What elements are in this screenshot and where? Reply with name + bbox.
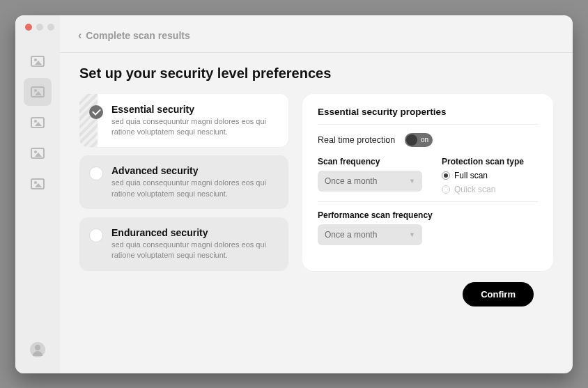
option-desc: sed quia consequuntur magni dolores eos … bbox=[111, 178, 277, 199]
sidebar-item-1[interactable] bbox=[24, 47, 52, 75]
performance-frequency-select[interactable]: Once a month ▼ bbox=[318, 224, 422, 245]
radio-unchecked-icon bbox=[442, 185, 450, 194]
window-controls bbox=[25, 24, 54, 31]
radio-unchecked-icon bbox=[89, 228, 103, 242]
radio-full-scan[interactable]: Full scan bbox=[442, 171, 538, 180]
user-icon bbox=[30, 342, 45, 357]
radio-checked-icon bbox=[442, 171, 450, 180]
back-breadcrumb[interactable]: ‹ Complete scan results bbox=[78, 30, 190, 41]
option-essential-security[interactable]: Essential security sed quia consequuntur… bbox=[79, 94, 288, 148]
radio-label: Quick scan bbox=[454, 185, 495, 194]
radio-unchecked-icon bbox=[89, 166, 103, 180]
sidebar-item-4[interactable] bbox=[24, 139, 52, 167]
protection-scan-type-label: Protection scan type bbox=[442, 157, 538, 166]
realtime-protection-label: Real time protection bbox=[318, 135, 395, 145]
performance-frequency-label: Performance scan frequency bbox=[318, 210, 538, 220]
chevron-left-icon: ‹ bbox=[78, 30, 82, 41]
scan-frequency-label: Scan frequency bbox=[318, 157, 422, 166]
sidebar-item-5[interactable] bbox=[24, 170, 52, 198]
page-title: Set up your security level preferences bbox=[79, 65, 553, 82]
option-enduranced-security[interactable]: Enduranced security sed quia consequuntu… bbox=[79, 217, 288, 271]
option-title: Advanced security bbox=[111, 165, 277, 176]
top-bar: ‹ Complete scan results bbox=[60, 20, 573, 53]
minimize-window-button[interactable] bbox=[36, 24, 43, 31]
image-icon bbox=[31, 56, 45, 67]
option-desc: sed quia consequuntur magni dolores eos … bbox=[111, 240, 277, 261]
maximize-window-button[interactable] bbox=[47, 24, 54, 31]
breadcrumb-label: Complete scan results bbox=[86, 30, 189, 41]
close-window-button[interactable] bbox=[25, 24, 32, 31]
sidebar-user-button[interactable] bbox=[24, 336, 52, 364]
check-icon bbox=[89, 105, 103, 119]
scan-frequency-select[interactable]: Once a month ▼ bbox=[318, 171, 422, 192]
option-title: Enduranced security bbox=[111, 227, 277, 238]
realtime-protection-toggle[interactable]: on bbox=[405, 133, 433, 147]
radio-quick-scan[interactable]: Quick scan bbox=[442, 185, 538, 194]
image-icon bbox=[31, 148, 45, 159]
divider bbox=[318, 124, 538, 125]
option-advanced-security[interactable]: Advanced security sed quia consequuntur … bbox=[79, 155, 288, 209]
toggle-knob bbox=[406, 134, 417, 146]
toggle-state-label: on bbox=[421, 136, 428, 143]
app-window: ‹ Complete scan results Set up your secu… bbox=[15, 15, 573, 373]
sidebar bbox=[15, 15, 60, 373]
confirm-button[interactable]: Confirm bbox=[463, 282, 534, 306]
sidebar-item-3[interactable] bbox=[24, 109, 52, 137]
image-icon bbox=[31, 86, 45, 98]
select-value: Once a month bbox=[325, 176, 377, 186]
image-icon bbox=[31, 178, 45, 189]
security-level-list: Essential security sed quia consequuntur… bbox=[79, 94, 288, 271]
chevron-down-icon: ▼ bbox=[409, 231, 415, 238]
select-value: Once a month bbox=[325, 230, 377, 240]
divider bbox=[318, 201, 538, 202]
image-icon bbox=[31, 117, 45, 128]
chevron-down-icon: ▼ bbox=[409, 178, 415, 185]
panel-heading: Essential security properties bbox=[318, 107, 538, 117]
radio-label: Full scan bbox=[454, 171, 488, 180]
properties-panel: Essential security properties Real time … bbox=[302, 94, 553, 271]
sidebar-item-2[interactable] bbox=[24, 78, 52, 106]
option-desc: sed quia consequuntur magni dolores eos … bbox=[111, 116, 277, 138]
option-title: Essential security bbox=[111, 104, 277, 115]
